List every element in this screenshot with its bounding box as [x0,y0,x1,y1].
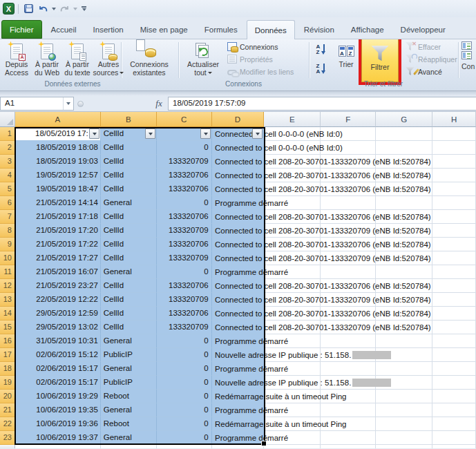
cell-C5[interactable]: 133320706 [157,182,212,196]
tab-affichage[interactable]: Affichage [343,21,392,39]
undo-dropdown-icon[interactable] [52,8,56,10]
filter-dropdown-B1[interactable] [145,128,155,139]
cell-H18[interactable] [432,362,476,376]
column-header-A[interactable]: A [15,112,101,127]
partial-cell[interactable] [432,445,476,448]
cell-A6[interactable]: 21/05/2019 14:14 [15,196,101,210]
cell-C8[interactable]: 133320709 [157,224,212,238]
cell-H7[interactable] [432,210,476,224]
row-header-15[interactable]: 15 [0,321,15,334]
redo-button[interactable] [58,3,70,15]
cell-G23[interactable] [376,431,432,445]
select-all-corner[interactable] [0,112,15,127]
ribbon-button-sources[interactable]: Autressources [93,41,124,79]
cell-B4[interactable]: CellId [101,169,157,182]
cell-C17[interactable]: 0 [157,348,212,362]
column-header-B[interactable]: B [101,112,157,127]
row-header-3[interactable]: 3 [0,155,15,169]
row-header-4[interactable]: 4 [0,169,15,182]
tab-développeur[interactable]: Développeur [393,21,453,39]
cell-A14[interactable]: 29/05/2019 12:59 [15,307,101,321]
cell-C3[interactable]: 133320709 [157,155,212,169]
row-header-22[interactable]: 22 [0,417,15,431]
cell-H17[interactable] [432,348,476,362]
cell-C10[interactable]: 133320709 [157,251,212,265]
cell-A15[interactable]: 29/05/2019 13:02 [15,321,101,334]
cell-B8[interactable]: CellId [101,224,157,238]
cell-A16[interactable]: 31/05/2019 10:31 [15,334,101,348]
row-header-17[interactable]: 17 [0,348,15,362]
row-header-18[interactable]: 18 [0,362,15,376]
modifier-les-liens-button[interactable]: Modifier les liens [225,66,296,77]
cell-H9[interactable] [432,238,476,251]
réappliquer-button[interactable]: Réappliquer [403,53,459,65]
row-header-5[interactable]: 5 [0,182,15,196]
ribbon-button-existing[interactable]: Connexionsexistantes [123,41,175,79]
cell-H16[interactable] [432,334,476,348]
cell-A22[interactable]: 10/06/2019 19:36 [15,417,101,431]
cell-B16[interactable]: General [101,334,157,348]
column-header-C[interactable]: C [157,112,212,127]
column-header-E[interactable]: E [264,112,321,127]
cell-C4[interactable]: 133320706 [157,169,212,182]
cell-H21[interactable] [432,403,476,417]
cell-H19[interactable] [432,376,476,390]
row-header-24[interactable] [0,445,15,448]
column-header-D[interactable]: D [212,112,265,127]
cell-C22[interactable]: 0 [157,417,212,431]
cell-H4[interactable] [432,169,476,182]
cell-C18[interactable]: 0 [157,362,212,376]
cell-F21[interactable] [321,403,376,417]
cell-H11[interactable] [432,265,476,279]
cell-A23[interactable]: 10/06/2019 19:37 [15,431,101,445]
tab-mise-en-page[interactable]: Mise en page [133,21,196,39]
cell-C2[interactable]: 0 [157,141,212,155]
partial-cell[interactable] [212,445,265,448]
row-header-16[interactable]: 16 [0,334,15,348]
tab-fichier[interactable]: Fichier [1,20,42,39]
cell-B3[interactable]: CellId [101,155,157,169]
save-button[interactable] [22,3,35,15]
name-box[interactable]: A1 [0,97,74,111]
cell-B20[interactable]: Reboot [101,390,157,403]
row-header-13[interactable]: 13 [0,293,15,307]
connexions-button[interactable]: Connexions [225,41,296,52]
cell-C21[interactable]: 0 [157,403,212,417]
partial-cell[interactable] [321,445,376,448]
cell-H20[interactable] [432,390,476,403]
cell-H2[interactable] [432,141,476,155]
cell-B22[interactable]: Reboot [101,417,157,431]
effacer-button[interactable]: ✕Effacer [403,41,459,52]
row-header-12[interactable]: 12 [0,279,15,293]
cell-A7[interactable]: 21/05/2019 17:18 [15,210,101,224]
cell-G22[interactable] [376,417,432,431]
cell-C20[interactable]: 0 [157,390,212,403]
partial-cell[interactable] [376,445,432,448]
cell-H5[interactable] [432,182,476,196]
text-to-columns-button[interactable]: Con [461,41,475,71]
undo-button[interactable] [37,3,49,15]
cell-H23[interactable] [432,431,476,445]
row-header-10[interactable]: 10 [0,251,15,265]
cell-A17[interactable]: 02/06/2019 15:12 [15,348,101,362]
cell-A20[interactable]: 10/06/2019 19:29 [15,390,101,403]
customize-qat-button[interactable] [82,6,86,11]
cell-B5[interactable]: CellId [101,182,157,196]
cell-C19[interactable]: 0 [157,376,212,390]
row-header-14[interactable]: 14 [0,307,15,321]
sort-descending-button[interactable]: ZA [312,61,330,77]
cell-F6[interactable] [321,196,376,210]
row-header-20[interactable]: 20 [0,390,15,403]
cell-C13[interactable]: 133320709 [157,293,212,307]
sort-dialog-button[interactable]: AZ Trier [332,41,361,79]
tab-formules[interactable]: Formules [197,21,245,39]
row-header-7[interactable]: 7 [0,210,15,224]
cell-F23[interactable] [321,431,376,445]
cell-A12[interactable]: 21/05/2019 23:27 [15,279,101,293]
row-header-9[interactable]: 9 [0,238,15,251]
cell-G1[interactable] [376,127,432,141]
cell-H12[interactable] [432,279,476,293]
cell-B15[interactable]: CellId [101,321,157,334]
cell-A9[interactable]: 21/05/2019 17:22 [15,238,101,251]
cell-F11[interactable] [321,265,376,279]
